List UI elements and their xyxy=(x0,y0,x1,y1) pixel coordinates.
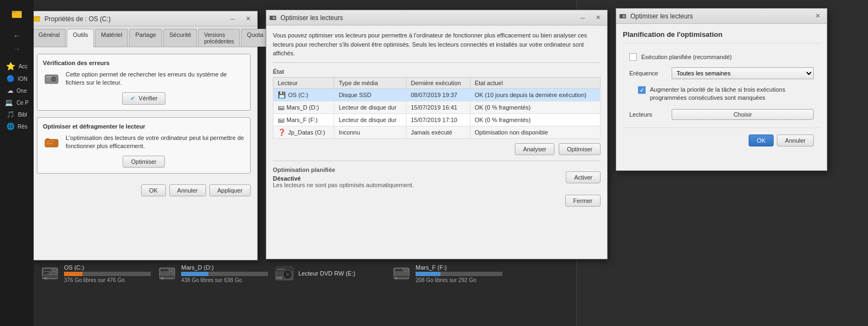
device-size-f: 208 Go libres sur 292 Go xyxy=(416,277,502,283)
device-name-d: Mars_D (D:) xyxy=(181,264,268,271)
close-btn[interactable]: Fermer xyxy=(565,195,601,207)
props-icon xyxy=(33,15,41,23)
schedule-checkbox2[interactable]: ✓ xyxy=(638,86,646,94)
freq-select[interactable]: Toutes les semaines Tous les jours Tous … xyxy=(672,67,814,79)
drive-icon-f: F: xyxy=(392,264,411,283)
props-cancel-btn[interactable]: Annuler xyxy=(169,184,206,196)
schedule-ok-btn[interactable]: OK xyxy=(749,135,774,146)
schedule-btn-row: OK Annuler xyxy=(623,127,820,149)
svg-rect-39 xyxy=(46,76,52,78)
analyze-btn[interactable]: Analyser xyxy=(515,143,554,155)
drive-row-c[interactable]: 💾 OS (C:) Disque SSD 08/07/2019 19:37 OK… xyxy=(273,88,601,101)
tab-securite[interactable]: Sécurité xyxy=(163,29,197,47)
device-dvd-e[interactable]: DVD Lecteur DVD RW (E:) xyxy=(275,264,383,283)
svg-rect-44 xyxy=(46,140,50,142)
drive-last-o: Jamais exécuté xyxy=(406,126,470,138)
props-minimize-btn[interactable]: ─ xyxy=(226,14,240,24)
svg-point-17 xyxy=(171,271,173,272)
svg-point-30 xyxy=(405,271,407,272)
optimizer-content: Vous pouvez optimiser vos lecteurs pour … xyxy=(266,25,607,259)
props-close-btn[interactable]: ✕ xyxy=(241,14,255,24)
drives-table: Lecteur Type de média Dernière exécution… xyxy=(273,77,601,139)
optimizer-close-btn[interactable]: ✕ xyxy=(591,12,605,23)
nav-back[interactable]: ← xyxy=(10,29,24,42)
sidebar-item-bibliotheques[interactable]: 🎵 Bibl xyxy=(3,108,30,120)
col-status: État actuel xyxy=(470,77,600,88)
sidebar-item-reseau[interactable]: 🌐 Rés xyxy=(3,120,31,132)
drive-name-d: 🖴 Mars_D (D:) xyxy=(273,101,334,113)
drive-status-o: Optimisation non disponible xyxy=(470,126,600,138)
col-type: Type de média xyxy=(334,77,406,88)
freq-label: Eréquence xyxy=(629,70,667,76)
schedule-checkbox[interactable] xyxy=(629,53,637,61)
planned-desc: Les lecteurs ne sont pas optimisés autom… xyxy=(273,182,414,188)
device-bar-container-c xyxy=(64,272,151,276)
sidebar-item-ce-pc[interactable]: 💻 Ce P xyxy=(2,97,31,108)
props-ok-btn[interactable]: OK xyxy=(141,184,166,196)
device-size-c: 376 Go libres sur 476 Go xyxy=(64,277,151,283)
tab-outils[interactable]: Outils xyxy=(67,29,94,47)
props-tab-bar: Général Outils Matériel Partage Sécurité… xyxy=(30,27,257,47)
schedule-controls: ✕ xyxy=(810,11,825,22)
schedule-content: Planification de l'optimisation Exécutio… xyxy=(616,24,827,170)
drive-icon-e: DVD xyxy=(275,264,294,283)
drive-icon-c: C: xyxy=(40,264,60,283)
device-name-e: Lecteur DVD RW (E:) xyxy=(298,270,383,277)
device-info-d: Mars_D (D:) 438 Go libres sur 638 Go xyxy=(181,264,268,283)
sidebar-label-acc: Acc xyxy=(18,63,28,69)
sidebar-item-acces-rapide[interactable]: ⭐ Acc xyxy=(3,60,31,73)
device-mars-d[interactable]: D: Mars_D (D:) 438 Go libres sur 638 Go xyxy=(157,264,266,283)
optimizer-title: Optimiser les lecteurs xyxy=(280,14,576,22)
error-section-title: Vérification des erreurs xyxy=(43,60,245,66)
choose-btn[interactable]: Choisir xyxy=(672,109,814,120)
drive-last-f: 15/07/2019 17:10 xyxy=(406,113,470,126)
drive-row-o[interactable]: ❓ Jp_Datas (O:) Inconnu Jamais exécuté O… xyxy=(273,126,601,138)
tab-partage[interactable]: Partage xyxy=(129,29,162,47)
schedule-note: Augmenter la priorité de la tâche si tro… xyxy=(650,86,814,103)
tab-materiel[interactable]: Matériel xyxy=(95,29,128,47)
svg-rect-46 xyxy=(46,143,53,144)
device-mars-f[interactable]: F: Mars_F (F:) 208 Go libres sur 292 Go xyxy=(392,264,500,283)
svg-rect-11 xyxy=(43,272,49,273)
planned-title: Optimisation planifiée xyxy=(273,167,414,173)
svg-rect-45 xyxy=(52,140,54,142)
drive-status-d: OK (0 % fragmentés) xyxy=(470,101,600,113)
svg-rect-34 xyxy=(34,17,40,22)
optimizer-minimize-btn[interactable]: ─ xyxy=(576,12,590,23)
taskbar-folder-icon[interactable] xyxy=(5,2,29,26)
sidebar-label-ion: ION xyxy=(18,76,28,82)
device-info-e: Lecteur DVD RW (E:) xyxy=(298,270,383,277)
device-os-c[interactable]: C: OS (C:) 376 Go libres sur 476 Go xyxy=(40,264,149,283)
freq-row: Eréquence Toutes les semaines Tous les j… xyxy=(623,64,820,82)
optimizer-controls: ─ ✕ xyxy=(576,12,605,23)
drive-row-f[interactable]: 🖴 Mars_F (F:) Lecteur de disque dur 15/0… xyxy=(273,113,601,126)
sidebar-label-bibl: Bibl xyxy=(18,112,27,118)
schedule-note-row: ✓ Augmenter la priorité de la tâche si t… xyxy=(623,82,820,106)
optimize-btn[interactable]: Optimiser xyxy=(123,156,164,168)
svg-rect-15 xyxy=(161,269,168,271)
drive-row-d[interactable]: 🖴 Mars_D (D:) Lecteur de disque dur 15/0… xyxy=(273,101,601,113)
svg-point-38 xyxy=(52,78,55,81)
optimize-action-btn[interactable]: Optimiser xyxy=(559,143,601,155)
device-info-f: Mars_F (F:) 208 Go libres sur 292 Go xyxy=(416,264,502,283)
verify-btn[interactable]: ✔ Vérifier xyxy=(122,92,166,105)
device-bar-f xyxy=(416,272,441,276)
error-text: Cette option permet de rechercher les er… xyxy=(66,71,245,87)
tab-versions[interactable]: Versions précédentes xyxy=(198,29,240,47)
tab-general[interactable]: Général xyxy=(33,29,66,47)
sidebar-item-ion[interactable]: 🔵 ION xyxy=(3,73,31,85)
props-apply-btn[interactable]: Appliquer xyxy=(209,184,251,196)
svg-rect-47 xyxy=(46,138,49,140)
device-info-c: OS (C:) 376 Go libres sur 476 Go xyxy=(64,264,151,283)
drive-last-d: 15/07/2019 16:41 xyxy=(406,101,470,113)
schedule-close-btn[interactable]: ✕ xyxy=(810,11,825,22)
activate-btn[interactable]: Activer xyxy=(566,171,601,183)
drive-last-c: 08/07/2019 19:37 xyxy=(406,88,470,101)
tab-quota[interactable]: Quota xyxy=(241,29,269,47)
sidebar-label-one: One xyxy=(17,88,27,94)
sidebar-item-onedrive[interactable]: ☁ One xyxy=(4,85,30,97)
nav-forward[interactable]: → xyxy=(10,42,24,55)
schedule-cancel-btn[interactable]: Annuler xyxy=(777,135,814,146)
sidebar-label-ce: Ce P xyxy=(16,100,28,106)
col-lecteur: Lecteur xyxy=(273,77,334,88)
